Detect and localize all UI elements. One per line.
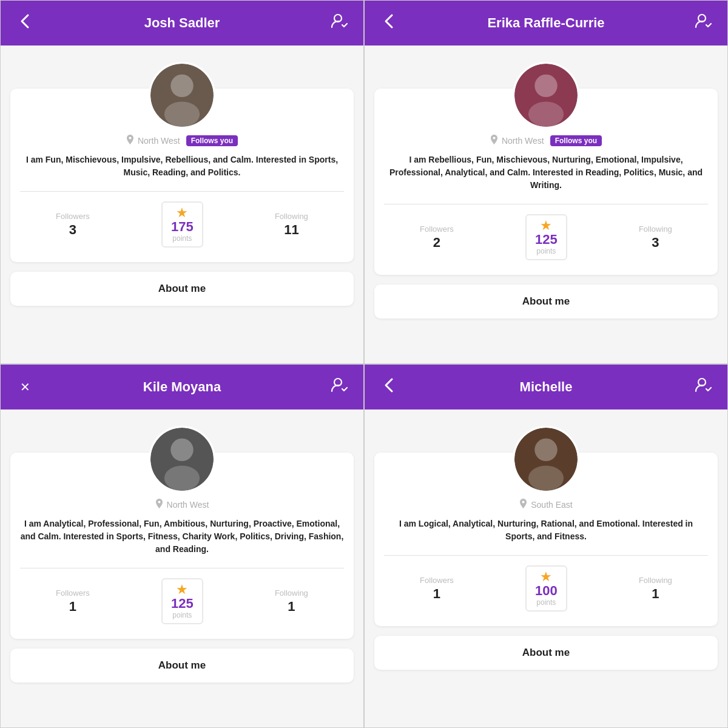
svg-point-3	[164, 101, 200, 127]
location-row: North West	[155, 499, 209, 510]
bio-text: I am Analytical, Professional, Fun, Ambi…	[20, 517, 344, 556]
avatar	[149, 426, 215, 493]
follows-you-badge: Follows you	[186, 135, 238, 146]
back-button[interactable]	[378, 377, 400, 397]
stats-row: Followers1★125pointsFollowing1	[20, 573, 344, 629]
followers-label: Followers	[420, 224, 454, 234]
bio-text: I am Logical, Analytical, Nurturing, Rat…	[384, 517, 708, 543]
location-pin-icon	[155, 499, 163, 510]
points-badge: ★175points	[161, 201, 203, 248]
following-value: 1	[288, 599, 295, 615]
followers-label: Followers	[56, 588, 90, 598]
following-value: 11	[284, 222, 298, 238]
location-text: North West	[502, 136, 544, 146]
bio-text: I am Rebellious, Fun, Mischievous, Nurtu…	[384, 153, 708, 192]
star-icon: ★	[540, 570, 552, 584]
about-me-section: About me	[374, 285, 718, 318]
location-pin-icon	[519, 499, 527, 510]
back-button[interactable]	[14, 13, 36, 33]
profile-card: North WestI am Analytical, Professional,…	[10, 453, 354, 639]
avatar	[149, 62, 215, 129]
points-badge: ★100points	[525, 565, 567, 612]
profile-card: North WestFollows youI am Fun, Mischievo…	[10, 89, 354, 262]
avatar	[513, 62, 579, 129]
close-button[interactable]: ✕	[14, 380, 36, 394]
location-text: South East	[531, 500, 573, 510]
panel-header: Josh Sadler	[1, 1, 363, 46]
points-label: points	[536, 247, 556, 255]
points-number: 125	[171, 596, 194, 611]
location-text: North West	[138, 136, 180, 146]
location-row: North WestFollows you	[126, 135, 238, 146]
following-label: Following	[639, 576, 672, 585]
following-value: 3	[652, 235, 659, 251]
svg-point-6	[534, 75, 557, 97]
points-badge: ★125points	[161, 578, 203, 624]
profile-panel-erika: Erika Raffle-Currie North WestFollows yo…	[364, 0, 728, 364]
header-title: Erika Raffle-Currie	[400, 15, 692, 31]
location-pin-icon	[490, 135, 498, 146]
about-me-section: About me	[374, 636, 718, 670]
panel-body: North WestFollows youI am Fun, Mischievo…	[1, 46, 363, 363]
stats-row: Followers3★175pointsFollowing11	[20, 197, 344, 252]
points-label: points	[536, 598, 556, 607]
header-title: Michelle	[400, 379, 692, 395]
star-icon: ★	[176, 583, 188, 596]
about-me-title: About me	[384, 647, 708, 659]
followers-label: Followers	[56, 212, 90, 221]
profile-card: South EastI am Logical, Analytical, Nurt…	[374, 453, 718, 626]
stats-row: Followers2★125pointsFollowing3	[384, 209, 708, 265]
panel-body: North WestI am Analytical, Professional,…	[1, 410, 363, 727]
back-button[interactable]	[378, 13, 400, 33]
panel-header: ✕Kile Moyana	[1, 365, 363, 410]
panel-body: South EastI am Logical, Analytical, Nurt…	[365, 410, 727, 727]
svg-point-11	[164, 465, 200, 491]
profile-action-icon[interactable]	[692, 12, 714, 35]
followers-stat: Followers3	[56, 212, 90, 238]
location-text: North West	[167, 500, 209, 510]
profile-action-icon[interactable]	[328, 376, 350, 399]
following-stat: Following1	[275, 588, 308, 615]
svg-point-15	[528, 465, 564, 491]
star-icon: ★	[540, 219, 552, 232]
points-label: points	[172, 234, 192, 243]
svg-point-2	[170, 75, 193, 97]
followers-value: 2	[433, 235, 440, 251]
about-me-title: About me	[20, 659, 344, 672]
about-me-section: About me	[10, 272, 354, 306]
about-me-section: About me	[10, 649, 354, 682]
followers-stat: Followers1	[56, 588, 90, 615]
following-value: 1	[652, 586, 659, 602]
bio-text: I am Fun, Mischievous, Impulsive, Rebell…	[20, 153, 344, 179]
header-title: Kile Moyana	[36, 379, 328, 395]
followers-stat: Followers2	[420, 224, 454, 251]
about-me-title: About me	[20, 283, 344, 295]
stats-row: Followers1★100pointsFollowing1	[384, 561, 708, 616]
svg-point-7	[528, 101, 564, 127]
svg-point-10	[170, 439, 193, 461]
following-stat: Following1	[639, 576, 672, 602]
profile-action-icon[interactable]	[692, 376, 714, 399]
about-me-title: About me	[384, 295, 708, 308]
divider	[20, 191, 344, 192]
svg-point-14	[534, 439, 557, 461]
follows-you-badge: Follows you	[550, 135, 602, 146]
followers-label: Followers	[420, 576, 454, 585]
location-row: North WestFollows you	[490, 135, 602, 146]
following-label: Following	[639, 224, 672, 234]
profile-panel-kile: ✕Kile Moyana North WestI am Analytical, …	[0, 364, 364, 728]
following-label: Following	[275, 588, 308, 598]
profile-action-icon[interactable]	[328, 12, 350, 35]
panel-header: Erika Raffle-Currie	[365, 1, 727, 46]
avatar	[513, 426, 579, 493]
location-pin-icon	[126, 135, 134, 146]
following-label: Following	[275, 212, 308, 221]
star-icon: ★	[176, 206, 188, 220]
points-number: 125	[535, 232, 558, 247]
points-label: points	[172, 611, 192, 619]
following-stat: Following3	[639, 224, 672, 251]
profile-panel-michelle: Michelle South EastI am Logical, Analyti…	[364, 364, 728, 728]
profile-panel-josh: Josh Sadler North WestFollows youI am Fu…	[0, 0, 364, 364]
panel-header: Michelle	[365, 365, 727, 410]
divider	[384, 555, 708, 556]
